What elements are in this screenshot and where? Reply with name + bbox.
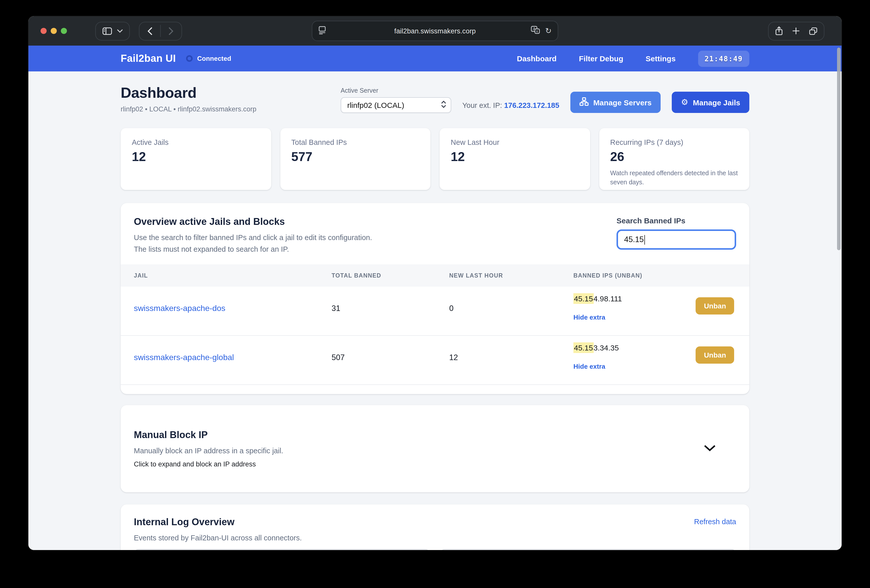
page-scrollbar[interactable]: [837, 48, 840, 250]
nav-link-settings[interactable]: Settings: [646, 54, 676, 63]
ip-match-highlight: 45.15: [574, 342, 593, 353]
column-jail: Jail: [134, 272, 332, 279]
stat-value: 26: [610, 149, 738, 164]
window-controls: [40, 28, 67, 34]
reader-mode-icon[interactable]: [319, 25, 326, 36]
search-label: Search Banned IPs: [617, 216, 736, 225]
stat-value: 577: [291, 149, 419, 164]
jail-link[interactable]: swissmakers-apache-dos: [134, 304, 225, 313]
expand-chevron-icon[interactable]: [704, 444, 716, 453]
tab-overview-icon[interactable]: [809, 27, 817, 35]
close-window-button[interactable]: [40, 28, 47, 34]
screen: fail2ban.swissmakers.corp A x ↻: [0, 0, 870, 588]
gear-icon: ⚙: [681, 98, 688, 106]
active-server-block: Active Server rlinfp02 (LOCAL): [341, 87, 451, 113]
log-filter-box[interactable]: [440, 549, 736, 550]
toolbar-right-group: [768, 22, 824, 40]
stat-note: Watch repeated offenders detected in the…: [610, 169, 738, 187]
chevron-down-icon: [117, 29, 123, 33]
stat-card-active-jails: Active Jails 12: [121, 128, 271, 190]
back-button[interactable]: [139, 22, 160, 40]
ip-rest: 3.34.35: [593, 343, 619, 352]
stat-value: 12: [132, 149, 260, 164]
app-navbar: Fail2ban UI Connected Dashboard Filter D…: [28, 46, 842, 71]
ip-rest: 4.98.111: [593, 294, 622, 303]
zoom-window-button[interactable]: [61, 28, 67, 34]
stat-card-recurring-ips: Recurring IPs (7 days) 26 Watch repeated…: [599, 128, 749, 190]
sitemap-icon: [580, 97, 588, 107]
app-brand: Fail2ban UI: [121, 53, 176, 64]
jails-table-header: Jail Total banned New last hour Banned I…: [121, 264, 749, 287]
search-banned-ips-input[interactable]: 45.15: [617, 229, 736, 250]
total-banned-value: 507: [332, 353, 449, 385]
jail-link[interactable]: swissmakers-apache-global: [134, 353, 234, 362]
browser-titlebar: fail2ban.swissmakers.corp A x ↻: [28, 16, 842, 46]
text-caret: [644, 235, 645, 244]
overview-card: Overview active Jails and Blocks Use the…: [121, 203, 749, 394]
stat-label: Total Banned IPs: [291, 138, 419, 146]
server-breadcrumb: rlinfp02 • LOCAL • rlinfp02.swissmakers.…: [121, 105, 256, 113]
manual-block-card[interactable]: Manual Block IP Manually block an IP add…: [121, 405, 749, 492]
log-desc: Events stored by Fail2ban-UI across all …: [134, 534, 302, 542]
history-nav-group: [139, 22, 182, 40]
stat-label: Active Jails: [132, 138, 260, 146]
stat-label: Recurring IPs (7 days): [610, 138, 738, 146]
nav-link-dashboard[interactable]: Dashboard: [517, 54, 557, 63]
column-total-banned: Total banned: [332, 272, 449, 279]
table-row: swissmakers-apache-global 507 12 45.153.…: [121, 336, 749, 385]
nav-link-filter-debug[interactable]: Filter Debug: [579, 54, 623, 63]
reload-icon[interactable]: ↻: [545, 26, 551, 36]
new-last-hour-value: 12: [449, 353, 574, 385]
search-value: 45.15: [624, 235, 644, 244]
active-server-value: rlinfp02 (LOCAL): [347, 101, 441, 109]
manage-jails-label: Manage Jails: [693, 98, 740, 107]
refresh-data-link[interactable]: Refresh data: [694, 518, 736, 526]
active-server-select[interactable]: rlinfp02 (LOCAL): [341, 97, 451, 113]
stat-card-total-banned: Total Banned IPs 577: [280, 128, 431, 190]
overview-title: Overview active Jails and Blocks: [134, 216, 372, 227]
overview-desc-1: Use the search to filter banned IPs and …: [134, 233, 372, 242]
overview-desc-2: The lists must not expanded to search fo…: [134, 245, 372, 253]
stat-value: 12: [451, 149, 579, 164]
banned-ip: 45.154.98.111: [574, 293, 622, 304]
status-ring-icon: [186, 55, 193, 62]
translate-icon[interactable]: A x: [531, 26, 540, 36]
stat-card-new-last-hour: New Last Hour 12: [439, 128, 590, 190]
minimize-window-button[interactable]: [51, 28, 57, 34]
active-server-label: Active Server: [341, 87, 451, 94]
external-ip: Your ext. IP: 176.223.172.185: [462, 101, 559, 113]
svg-text:x: x: [536, 29, 538, 33]
ip-match-highlight: 45.15: [574, 293, 593, 304]
page-title: Dashboard: [121, 85, 256, 101]
select-arrows-icon: [441, 100, 446, 110]
url-text: fail2ban.swissmakers.corp: [312, 27, 558, 35]
clock-badge: 21:48:49: [698, 50, 749, 67]
new-last-hour-value: 0: [449, 304, 574, 335]
manage-servers-button[interactable]: Manage Servers: [571, 92, 661, 113]
column-banned-ips: Banned IPs (unban): [574, 272, 749, 279]
log-filter-box[interactable]: [134, 549, 430, 550]
browser-window: fail2ban.swissmakers.corp A x ↻: [28, 16, 842, 550]
status-label: Connected: [197, 55, 231, 62]
forward-button[interactable]: [161, 22, 182, 40]
log-title: Internal Log Overview: [134, 517, 302, 528]
total-banned-value: 31: [332, 304, 449, 335]
stat-label: New Last Hour: [451, 138, 579, 146]
share-icon[interactable]: [775, 26, 783, 36]
manual-block-hint: Click to expand and block an IP address: [134, 460, 283, 468]
page-content: Dashboard rlinfp02 • LOCAL • rlinfp02.sw…: [28, 71, 842, 550]
banned-ip: 45.153.34.35: [574, 342, 619, 353]
sidebar-icon: [103, 27, 112, 35]
hide-extra-link[interactable]: Hide extra: [574, 362, 605, 370]
manual-block-desc: Manually block an IP address in a specif…: [134, 447, 283, 455]
manage-jails-button[interactable]: ⚙ Manage Jails: [672, 92, 749, 113]
unban-button[interactable]: Unban: [696, 297, 734, 315]
unban-button[interactable]: Unban: [696, 346, 734, 364]
external-ip-label: Your ext. IP:: [462, 101, 502, 109]
connection-status: Connected: [186, 55, 231, 62]
sidebar-toggle-button[interactable]: [95, 22, 130, 40]
new-tab-icon[interactable]: [793, 27, 800, 34]
address-bar[interactable]: fail2ban.swissmakers.corp A x ↻: [312, 21, 558, 41]
column-new-last-hour: New last hour: [449, 272, 574, 279]
hide-extra-link[interactable]: Hide extra: [574, 313, 605, 321]
